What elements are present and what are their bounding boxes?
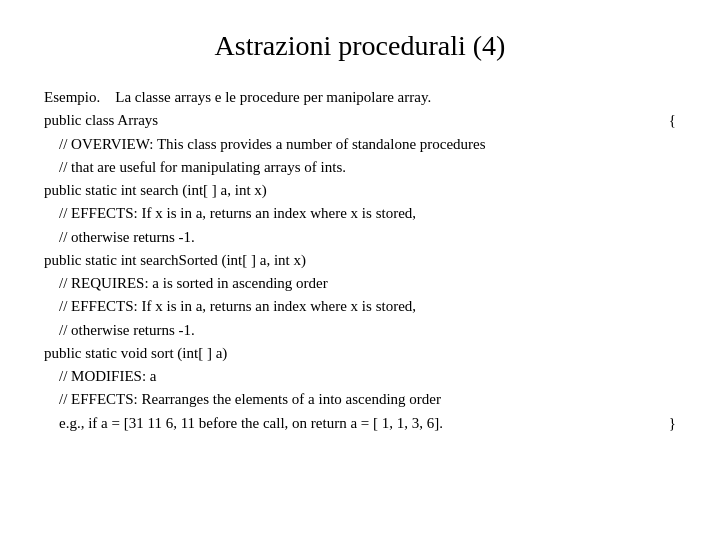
searchsorted-requires-line: // REQUIRES: a is sorted in ascending or… — [44, 272, 676, 295]
searchsorted-sig-line: public static int searchSorted (int[ ] a… — [44, 249, 676, 272]
searchsorted-effects2-line: // otherwise returns -1. — [44, 319, 676, 342]
intro-line: Esempio. La classe arrays e le procedure… — [44, 86, 676, 109]
class-header-line: public class Arrays { — [44, 109, 676, 132]
searchsorted-effects1-line: // EFFECTS: If x is in a, returns an ind… — [44, 295, 676, 318]
class-header-text: public class Arrays — [44, 109, 158, 132]
searchsorted-requires-text: // REQUIRES: a is sorted in ascending or… — [44, 272, 328, 295]
overview-line2: // that are useful for manipulating arra… — [44, 156, 676, 179]
overview-text2: // that are useful for manipulating arra… — [44, 156, 346, 179]
searchsorted-effects2-text: // otherwise returns -1. — [44, 319, 195, 342]
close-brace: } — [669, 412, 676, 435]
open-brace: { — [669, 109, 676, 132]
search-effects1-text: // EFFECTS: If x is in a, returns an ind… — [44, 202, 416, 225]
sort-example-text: e.g., if a = [31 11 6, 11 before the cal… — [44, 412, 443, 435]
page-title: Astrazioni procedurali (4) — [44, 30, 676, 62]
search-effects2-line: // otherwise returns -1. — [44, 226, 676, 249]
overview-text1: // OVERVIEW: This class provides a numbe… — [44, 133, 486, 156]
search-effects2-text: // otherwise returns -1. — [44, 226, 195, 249]
sort-effects-text: // EFFECTS: Rearranges the elements of a… — [44, 388, 441, 411]
overview-line1: // OVERVIEW: This class provides a numbe… — [44, 133, 676, 156]
search-sig-text: public static int search (int[ ] a, int … — [44, 179, 267, 202]
spacer2 — [443, 412, 669, 435]
search-sig-line: public static int search (int[ ] a, int … — [44, 179, 676, 202]
sort-modifies-line: // MODIFIES: a — [44, 365, 676, 388]
intro-text: Esempio. La classe arrays e le procedure… — [44, 86, 431, 109]
content-area: Esempio. La classe arrays e le procedure… — [44, 86, 676, 435]
sort-sig-text: public static void sort (int[ ] a) — [44, 342, 227, 365]
searchsorted-effects1-text: // EFFECTS: If x is in a, returns an ind… — [44, 295, 416, 318]
spacer — [158, 109, 669, 132]
sort-modifies-text: // MODIFIES: a — [44, 365, 157, 388]
search-effects1-line: // EFFECTS: If x is in a, returns an ind… — [44, 202, 676, 225]
sort-effects-line: // EFFECTS: Rearranges the elements of a… — [44, 388, 676, 411]
sort-example-line: e.g., if a = [31 11 6, 11 before the cal… — [44, 412, 676, 435]
page: Astrazioni procedurali (4) Esempio. La c… — [0, 0, 720, 540]
searchsorted-sig-text: public static int searchSorted (int[ ] a… — [44, 249, 306, 272]
sort-sig-line: public static void sort (int[ ] a) — [44, 342, 676, 365]
